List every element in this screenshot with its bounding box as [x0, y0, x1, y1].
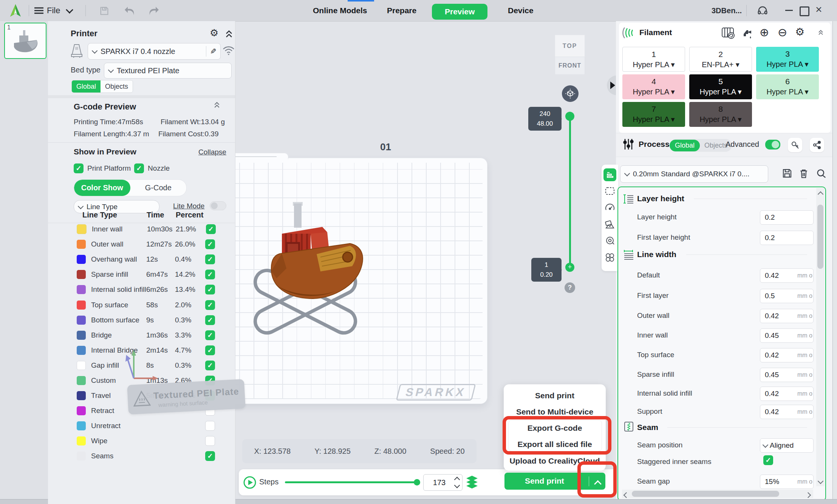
gcode-collapse-icon[interactable] — [214, 101, 220, 109]
filament-slot-1[interactable]: 1Hyper PLA ▾ — [622, 47, 685, 72]
setting-dropdown-seam-position[interactable]: Aligned — [760, 438, 814, 453]
close-button[interactable]: × — [815, 3, 822, 16]
setting-input-first-layer-height[interactable]: 0.2 — [760, 231, 814, 245]
setting-input-first-layer[interactable]: 0.5mm o — [760, 289, 814, 303]
tab-speed[interactable] — [605, 202, 615, 213]
tab-plate[interactable] — [605, 186, 615, 196]
undo-button[interactable] — [123, 5, 136, 17]
collapse-link[interactable]: Collapse — [198, 148, 226, 156]
stat-filament-cost: Filament Cost:0.39 — [158, 130, 218, 138]
search-preset-button[interactable] — [815, 168, 827, 179]
setting-input-top-surface[interactable]: 0.42mm o — [760, 348, 814, 362]
settings-panel: Layer height Layer height 0.2 First laye… — [617, 186, 826, 501]
save-button[interactable] — [99, 6, 110, 16]
filament-slot-5[interactable]: 5Hyper PLA ▾ — [689, 74, 752, 99]
gcode-tab[interactable]: G-Code — [130, 180, 187, 196]
flush-faucet-icon[interactable] — [740, 26, 753, 40]
filament-slot-7[interactable]: 7Hyper PLA ▾ — [622, 102, 685, 127]
printer-tab-global[interactable]: Global — [72, 80, 101, 92]
delete-preset-button[interactable] — [798, 168, 809, 179]
setting-input-inner-wall[interactable]: 0.45mm o — [760, 328, 814, 343]
filament-slot-2[interactable]: 2EN-PLA+ ▾ — [689, 47, 752, 72]
plate-thumbnail-1[interactable]: 1 — [4, 23, 46, 59]
setting-input-seam-gap[interactable]: 15%mm o — [760, 475, 814, 489]
app-logo-icon[interactable] — [9, 4, 22, 17]
settings-vscrollbar[interactable] — [816, 188, 825, 486]
support-headset-icon[interactable] — [757, 5, 768, 16]
printer-edit-pencil-icon[interactable]: ✎ — [206, 47, 220, 56]
printer-settings-gear-icon[interactable]: ⚙ — [210, 27, 218, 39]
benchy-model[interactable] — [245, 191, 370, 349]
layers-icon[interactable] — [466, 475, 478, 489]
vscroll-thumb[interactable] — [817, 205, 823, 269]
setting-input-outer-wall[interactable]: 0.42mm o — [760, 309, 814, 323]
filament-settings-gear-icon[interactable]: ⚙ — [795, 26, 805, 38]
menu-item-send-print[interactable]: Send print — [504, 391, 606, 400]
tab-device[interactable]: Device — [508, 0, 534, 21]
redo-button[interactable] — [147, 5, 160, 17]
preset-select[interactable]: 0.20mm Standard @SPARKX i7 0.... — [620, 165, 768, 183]
menu-item-send-multi-device[interactable]: Send to Multi-device — [504, 407, 606, 416]
tab-cooling[interactable] — [605, 236, 615, 246]
document-title: 3DBen... — [712, 0, 742, 21]
filament-slot-8[interactable]: 8Hyper PLA ▾ — [689, 102, 752, 127]
viewcube-top[interactable]: TOP — [555, 35, 585, 57]
axes-gizmo — [125, 344, 159, 382]
maximize-button[interactable] — [800, 6, 809, 16]
lite-mode-toggle[interactable] — [210, 201, 226, 210]
tab-quality[interactable] — [603, 168, 616, 181]
setting-input-default[interactable]: 0.42mm o — [760, 268, 814, 283]
play-button[interactable] — [243, 476, 256, 489]
bed-type-select[interactable]: Textured PEI Plate — [104, 63, 232, 79]
tab-online-models[interactable]: Online Models — [313, 0, 367, 21]
layer-slider-top-handle[interactable] — [565, 112, 574, 121]
color-show-tab[interactable]: Color Show — [74, 180, 130, 196]
help-button[interactable]: ? — [565, 282, 575, 293]
setting-input-layer-height[interactable]: 0.2 — [760, 210, 814, 225]
minimize-button[interactable] — [785, 10, 793, 11]
remove-filament-icon[interactable]: ⊖ — [778, 26, 787, 39]
settings-hscrollbar[interactable] — [622, 490, 813, 498]
filament-slot-4[interactable]: 4Hyper PLA ▾ — [622, 74, 685, 99]
add-filament-icon[interactable]: ⊕ — [760, 26, 769, 39]
steps-value-field[interactable]: 173 — [423, 474, 463, 491]
preset-value: 0.20mm Standard @SPARKX i7 0.... — [633, 170, 749, 178]
tab-support[interactable] — [605, 219, 615, 230]
advanced-toggle[interactable] — [765, 140, 780, 150]
print-platform-checkbox[interactable] — [74, 163, 84, 173]
steps-slider-handle[interactable] — [414, 479, 420, 486]
printer-select[interactable]: SPARKX i7 0.4 nozzle ✎ — [88, 43, 221, 60]
share-parameters-button[interactable] — [810, 138, 824, 152]
hscroll-thumb[interactable] — [632, 491, 779, 497]
print-platform-label: Print Platform — [87, 164, 131, 173]
file-menu[interactable]: File — [34, 0, 72, 21]
tab-others[interactable] — [605, 252, 615, 263]
process-tab-global[interactable]: Global — [670, 140, 700, 151]
nozzle-checkbox[interactable] — [134, 163, 144, 173]
filament-slot-3[interactable]: 3Hyper PLA ▾ — [756, 47, 819, 72]
save-preset-button[interactable] — [781, 168, 793, 179]
printer-tab-objects[interactable]: Objects — [101, 80, 133, 92]
setting-label: Seam position — [637, 441, 682, 449]
tab-prepare[interactable]: Prepare — [387, 0, 416, 21]
viewcube-front[interactable]: FRONT — [555, 57, 585, 75]
ams-sync-icon[interactable] — [720, 25, 736, 41]
parameter-compare-button[interactable] — [788, 138, 802, 152]
steps-slider-track[interactable] — [285, 481, 417, 483]
view-reset-button[interactable] — [562, 85, 579, 102]
wifi-icon[interactable] — [223, 45, 235, 56]
setting-input-support[interactable]: 0.42mm o — [760, 405, 814, 419]
filament-slot-6[interactable]: 6Hyper PLA ▾ — [756, 74, 819, 99]
stat-printing-time: Printing Time:47m58s — [74, 118, 143, 126]
staggered-inner-seams-checkbox[interactable] — [763, 455, 773, 465]
steps-stepper[interactable] — [455, 478, 462, 487]
printer-collapse-icon[interactable] — [225, 29, 233, 39]
printer-select-chevron-icon — [92, 48, 98, 54]
layer-slider-track[interactable] — [569, 116, 571, 267]
setting-input-internal-solid-infill[interactable]: 0.42mm o — [760, 387, 814, 401]
filament-collapse-icon[interactable] — [818, 29, 824, 35]
tab-preview[interactable]: Preview — [432, 4, 487, 20]
setting-input-sparse-infill[interactable]: 0.45mm o — [760, 368, 814, 382]
setting-label: Outer wall — [637, 311, 670, 320]
layer-slider-bottom-handle[interactable]: + — [565, 263, 574, 272]
